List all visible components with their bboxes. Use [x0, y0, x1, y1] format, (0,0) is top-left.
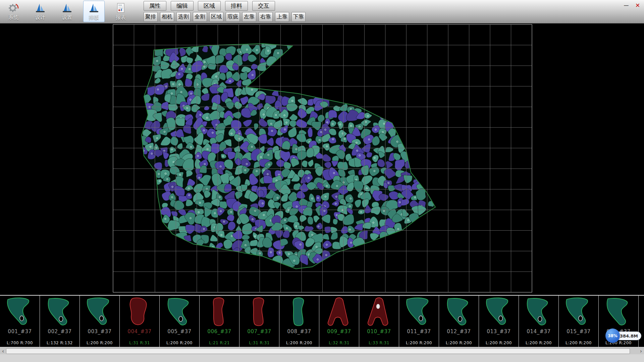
- piece-thumbnail-002_#37[interactable]: 002_#37L:132 R:132: [40, 296, 80, 347]
- piece-shape-icon: [323, 296, 355, 328]
- toolbar-setup-button[interactable]: 设置: [56, 1, 78, 22]
- menu-tab-properties[interactable]: 属性: [144, 1, 166, 11]
- sail-icon: [35, 2, 46, 14]
- piece-thumbnail-015_#37[interactable]: 015_#37L:200 R:200: [559, 296, 599, 347]
- piece-counts: L:200 R:200: [399, 341, 439, 345]
- piece-thumbnail-014_#37[interactable]: 014_#37L:200 R:200: [519, 296, 559, 347]
- menu-tab-edit[interactable]: 编辑: [171, 1, 194, 11]
- tool-button-align-left[interactable]: 左靠: [242, 12, 256, 22]
- tool-button-row: 聚排相机选割全割区域瑕疵左靠右靠上靠下靠: [144, 12, 306, 22]
- scrollbar-thumb[interactable]: [6, 348, 630, 354]
- piece-name: 001_#37: [0, 328, 40, 335]
- piece-counts: L:700 R:700: [0, 341, 40, 345]
- tool-button-align-top[interactable]: 上靠: [275, 12, 289, 22]
- piece-thumbnail-006_#37[interactable]: 006_#37L:21 R:21: [200, 296, 239, 347]
- piece-shape-icon: [4, 296, 36, 328]
- piece-shape-icon: [363, 296, 395, 328]
- nesting-canvas[interactable]: [0, 23, 644, 295]
- piece-name: 003_#37: [80, 328, 119, 335]
- piece-shape-icon: [443, 296, 475, 328]
- piece-name: 010_#37: [359, 328, 399, 335]
- piece-counts: L:200 R:200: [279, 341, 319, 345]
- piece-shape-icon: [244, 296, 275, 328]
- piece-shape-icon: [523, 296, 554, 328]
- piece-name: 008_#37: [279, 328, 319, 335]
- progress-circle-badge[interactable]: 38%: [605, 328, 620, 343]
- piece-thumbnail-012_#37[interactable]: 012_#37L:200 R:200: [439, 296, 479, 347]
- piece-shape-icon: [283, 296, 315, 328]
- piece-thumbnail-003_#37[interactable]: 003_#37L:200 R:200: [80, 296, 120, 347]
- piece-name: 006_#37: [200, 328, 239, 335]
- piece-shape-icon: [44, 296, 75, 328]
- piece-name: 015_#37: [559, 328, 598, 335]
- piece-shape-icon: [164, 296, 195, 328]
- piece-counts: L:200 R:200: [599, 341, 638, 345]
- window-bottom-edge: [0, 354, 644, 362]
- piece-counts: L:21 R:21: [200, 341, 239, 345]
- toolbar-label: 系统: [8, 14, 18, 21]
- piece-name: 002_#37: [40, 328, 79, 335]
- piece-name: 009_#37: [319, 328, 359, 335]
- piece-shape-icon: [124, 296, 155, 328]
- menu-tab-region[interactable]: 区域: [198, 1, 221, 11]
- tool-button-align-right[interactable]: 右靠: [259, 12, 273, 22]
- piece-thumbnail-008_#37[interactable]: 008_#37L:200 R:200: [279, 296, 319, 347]
- tool-button-cut-all[interactable]: 全割: [193, 12, 207, 22]
- toolbar-label: 报表: [116, 14, 126, 21]
- window-controls: — ✕: [622, 2, 642, 9]
- nesting-drawing: [0, 23, 644, 295]
- toolbar-system-button[interactable]: 系统: [3, 1, 24, 22]
- toolbar-report-button[interactable]: 报表: [110, 1, 131, 22]
- minimize-button[interactable]: —: [622, 2, 631, 9]
- toolbar-label: 设置: [62, 14, 72, 21]
- pieces-strip: 001_#37L:700 R:700002_#37L:132 R:132003_…: [0, 295, 644, 348]
- piece-counts: L:200 R:200: [479, 341, 519, 345]
- app-mode-buttons: 系统设计设置排版报表: [3, 1, 131, 23]
- piece-name: 014_#37: [519, 328, 558, 335]
- tool-button-align-bottom[interactable]: 下靠: [291, 12, 306, 22]
- toolbar-label: 设计: [35, 14, 45, 21]
- piece-counts: L:200 R:200: [519, 341, 558, 345]
- tool-button-select-cut[interactable]: 选割: [176, 12, 191, 22]
- piece-shape-icon: [483, 296, 515, 328]
- sail-icon: [61, 2, 73, 14]
- piece-counts: L:31 R:31: [239, 341, 279, 345]
- tool-button-cluster-nest[interactable]: 聚排: [144, 12, 158, 22]
- piece-thumbnail-009_#37[interactable]: 009_#37L:32 R:31: [319, 296, 359, 347]
- piece-counts: L:132 R:132: [40, 341, 79, 345]
- piece-thumbnail-001_#37[interactable]: 001_#37L:700 R:700: [0, 296, 40, 347]
- tool-button-region[interactable]: 区域: [209, 12, 223, 22]
- piece-name: 007_#37: [239, 328, 279, 335]
- menu-tab-interact[interactable]: 交互: [252, 1, 275, 11]
- scroll-left-arrow-icon[interactable]: ‹: [0, 348, 6, 355]
- horizontal-scrollbar[interactable]: ‹ ›: [0, 348, 644, 354]
- report-icon: [115, 2, 126, 14]
- tool-button-camera[interactable]: 相机: [160, 12, 174, 22]
- piece-shape-icon: [603, 296, 634, 328]
- toolbar-label: 排版: [89, 14, 99, 21]
- toolbar-nesting-button[interactable]: 排版: [83, 1, 105, 22]
- menu-tab-nest[interactable]: 排料: [225, 1, 248, 11]
- piece-name: 013_#37: [479, 328, 519, 335]
- piece-thumbnail-004_#37[interactable]: 004_#37L:31 R:31: [120, 296, 160, 347]
- piece-thumbnail-013_#37[interactable]: 013_#37L:200 R:200: [479, 296, 519, 347]
- piece-counts: L:31 R:31: [120, 341, 159, 345]
- piece-shape-icon: [403, 296, 435, 328]
- piece-counts: L:200 R:200: [439, 341, 479, 345]
- piece-name: 011_#37: [399, 328, 439, 335]
- piece-name: 004_#37: [120, 328, 159, 335]
- toolbar-design-button[interactable]: 设计: [30, 1, 51, 22]
- scroll-right-arrow-icon[interactable]: ›: [638, 348, 644, 355]
- piece-thumbnail-005_#37[interactable]: 005_#37L:200 R:200: [160, 296, 200, 347]
- piece-thumbnail-007_#37[interactable]: 007_#37L:31 R:31: [239, 296, 279, 347]
- menu-tab-row: 属性编辑区域排料交互: [144, 1, 306, 11]
- piece-counts: L:200 R:200: [559, 341, 598, 345]
- sail-icon: [88, 2, 100, 14]
- piece-thumbnail-011_#37[interactable]: 011_#37L:200 R:200: [399, 296, 439, 347]
- tool-button-defect[interactable]: 瑕疵: [226, 12, 240, 22]
- piece-thumbnail-010_#37[interactable]: 010_#37L:33 R:31: [359, 296, 399, 347]
- piece-shape-icon: [563, 296, 594, 328]
- close-button[interactable]: ✕: [633, 2, 642, 9]
- main-toolbar: 系统设计设置排版报表 属性编辑区域排料交互 聚排相机选割全割区域瑕疵左靠右靠上靠…: [0, 0, 644, 23]
- piece-name: 005_#37: [160, 328, 199, 335]
